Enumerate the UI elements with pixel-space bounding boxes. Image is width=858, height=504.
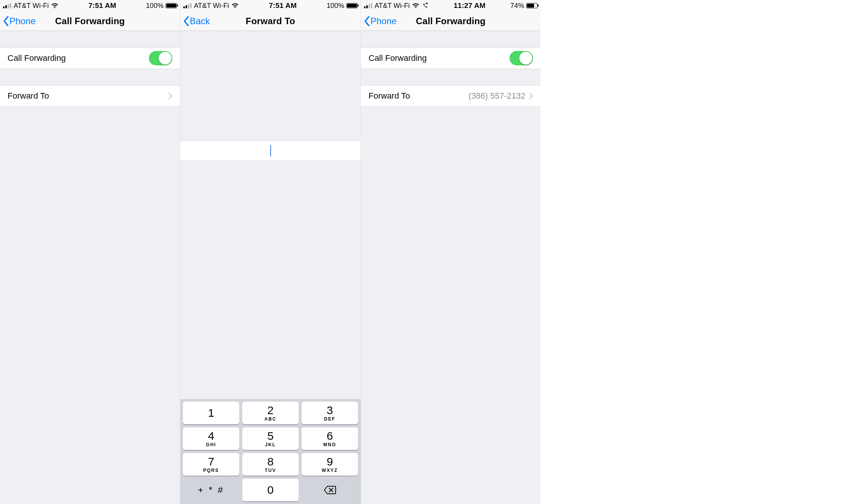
content-background — [0, 107, 180, 504]
section-gap — [0, 31, 180, 48]
back-label: Phone — [370, 16, 396, 26]
keypad-key-3[interactable]: 3DEF — [302, 402, 358, 424]
nav-bar: Phone Call Forwarding — [361, 11, 541, 31]
wifi-icon — [51, 3, 59, 9]
battery-percent-label: 74% — [510, 2, 524, 10]
chevron-left-icon — [364, 16, 370, 26]
chevron-right-icon — [529, 93, 533, 99]
back-button[interactable]: Phone — [364, 11, 396, 31]
text-caret — [270, 145, 271, 156]
nav-title: Call Forwarding — [55, 16, 125, 26]
status-bar: AT&T Wi-Fi 7:51 AM 100% — [0, 0, 180, 11]
nav-bar: Phone Call Forwarding — [0, 11, 180, 31]
carrier-label: AT&T Wi-Fi — [14, 2, 49, 10]
keypad-key-0[interactable]: 0 — [242, 479, 299, 501]
battery-icon — [166, 3, 177, 8]
carrier-label: AT&T Wi-Fi — [194, 2, 229, 10]
section-gap — [361, 69, 541, 85]
carrier-label: AT&T Wi-Fi — [375, 2, 410, 10]
clock-label: 11:27 AM — [454, 2, 485, 10]
back-label: Back — [190, 16, 210, 26]
keypad-key-2[interactable]: 2ABC — [242, 402, 299, 424]
forward-to-label: Forward To — [369, 91, 410, 101]
keypad-key-4[interactable]: 4GHI — [183, 427, 239, 450]
wifi-icon — [412, 3, 420, 9]
clock-label: 7:51 AM — [269, 2, 297, 10]
toggle-label: Call Forwarding — [369, 53, 427, 63]
chevron-right-icon — [169, 93, 172, 99]
numeric-keypad: 1 2ABC 3DEF 4GHI 5JKL 6MNO 7PQRS 8TUV 9W… — [180, 399, 361, 504]
signal-bars-icon — [3, 3, 11, 8]
forward-to-label: Forward To — [8, 91, 49, 101]
nav-bar: Back Forward To — [180, 11, 361, 31]
screen-forward-to-entry: AT&T Wi-Fi 7:51 AM 100% Back Forward To — [180, 0, 361, 504]
keypad-key-9[interactable]: 9WXYZ — [302, 453, 358, 476]
forward-to-row[interactable]: Forward To — [0, 85, 180, 107]
forward-to-value: (386) 557-2132 — [469, 91, 525, 101]
call-forwarding-icon — [422, 2, 429, 9]
toggle-label: Call Forwarding — [8, 53, 66, 63]
keypad-key-6[interactable]: 6MNO — [302, 427, 358, 450]
call-forwarding-toggle[interactable] — [510, 51, 533, 65]
status-bar: AT&T Wi-Fi 7:51 AM 100% — [180, 0, 361, 11]
call-forwarding-toggle[interactable] — [149, 51, 172, 65]
battery-icon — [526, 3, 537, 8]
call-forwarding-toggle-row: Call Forwarding — [0, 48, 180, 69]
battery-percent-label: 100% — [327, 2, 344, 10]
chevron-left-icon — [3, 16, 9, 26]
call-forwarding-toggle-row: Call Forwarding — [361, 48, 541, 69]
content-background — [180, 31, 361, 141]
wifi-icon — [231, 3, 239, 9]
screen-call-forwarding-filled: AT&T Wi-Fi 11:27 AM 74% Phone — [361, 0, 541, 504]
keypad-key-delete[interactable] — [302, 479, 358, 501]
canvas-background — [541, 0, 858, 504]
screen-call-forwarding-initial: AT&T Wi-Fi 7:51 AM 100% Phone Call Forwa… — [0, 0, 180, 504]
battery-icon — [346, 3, 358, 8]
nav-title: Call Forwarding — [416, 16, 485, 26]
back-label: Phone — [9, 16, 36, 26]
section-gap — [0, 69, 180, 85]
keypad-key-symbols[interactable]: + * # — [183, 479, 239, 501]
keypad-key-7[interactable]: 7PQRS — [183, 453, 239, 476]
keypad-key-8[interactable]: 8TUV — [242, 453, 299, 476]
back-button[interactable]: Phone — [3, 11, 36, 31]
section-gap — [361, 31, 541, 48]
phone-number-input[interactable] — [180, 141, 361, 161]
forward-to-row[interactable]: Forward To (386) 557-2132 — [361, 85, 541, 107]
keypad-key-1[interactable]: 1 — [183, 402, 239, 424]
content-background — [361, 107, 541, 504]
back-button[interactable]: Back — [183, 11, 210, 31]
battery-percent-label: 100% — [146, 2, 164, 10]
keypad-key-5[interactable]: 5JKL — [242, 427, 299, 450]
signal-bars-icon — [364, 3, 372, 8]
backspace-icon — [324, 485, 336, 495]
chevron-left-icon — [183, 16, 189, 26]
status-bar: AT&T Wi-Fi 11:27 AM 74% — [361, 0, 541, 11]
signal-bars-icon — [183, 3, 192, 8]
nav-title: Forward To — [246, 16, 295, 26]
clock-label: 7:51 AM — [88, 2, 116, 10]
